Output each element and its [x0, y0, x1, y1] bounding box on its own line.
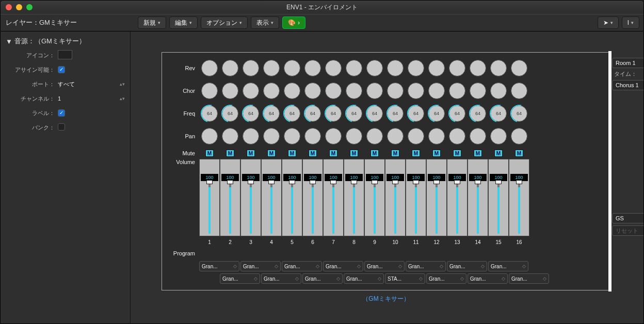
rev-knob[interactable] — [364, 58, 385, 78]
freq-knob[interactable]: 64 — [344, 104, 364, 123]
chor-knob[interactable] — [220, 81, 240, 101]
pan-knob[interactable] — [488, 126, 509, 146]
channel-value[interactable]: 1 — [58, 95, 61, 102]
volume-fader[interactable]: 100 — [220, 159, 240, 236]
edit-button[interactable]: 編集▾ — [169, 17, 198, 29]
mute-button[interactable]: M — [199, 148, 220, 158]
disclosure-triangle-icon[interactable]: ▼ — [6, 38, 12, 45]
volume-fader[interactable]: 100 — [364, 159, 385, 236]
chor-knob[interactable] — [364, 81, 385, 101]
program-select[interactable]: Gran...◇ — [199, 261, 239, 271]
mute-button[interactable]: M — [240, 148, 261, 158]
pan-knob[interactable] — [240, 126, 261, 146]
mute-button[interactable]: M — [344, 148, 364, 158]
pan-knob[interactable] — [406, 126, 426, 146]
rev-knob[interactable] — [426, 58, 447, 78]
rev-knob[interactable] — [302, 58, 323, 78]
program-select[interactable]: Gran...◇ — [282, 261, 322, 271]
mute-button[interactable]: M — [364, 148, 385, 158]
layer-value[interactable]: GMミキサー — [39, 18, 77, 27]
pan-knob[interactable] — [282, 126, 302, 146]
mute-button[interactable]: M — [447, 148, 468, 158]
volume-fader[interactable]: 100 — [468, 159, 488, 236]
mute-button[interactable]: M — [385, 148, 406, 158]
freq-knob[interactable]: 64 — [220, 104, 240, 123]
freq-knob[interactable]: 64 — [385, 104, 406, 123]
volume-fader[interactable]: 100 — [406, 159, 426, 236]
chor-knob[interactable] — [385, 81, 406, 101]
mixer-icon[interactable] — [58, 50, 72, 59]
freq-knob[interactable]: 64 — [282, 104, 302, 123]
program-select[interactable]: Gran...◇ — [468, 273, 508, 284]
pan-knob[interactable] — [426, 126, 447, 146]
chor-knob[interactable] — [261, 81, 282, 101]
freq-knob[interactable]: 64 — [406, 104, 426, 123]
volume-fader[interactable]: 100 — [323, 159, 344, 236]
rev-knob[interactable] — [220, 58, 240, 78]
pan-knob[interactable] — [261, 126, 282, 146]
pan-knob[interactable] — [447, 126, 468, 146]
volume-fader[interactable]: 100 — [385, 159, 406, 236]
pan-knob[interactable] — [302, 126, 323, 146]
pan-knob[interactable] — [344, 126, 364, 146]
freq-knob[interactable]: 64 — [240, 104, 261, 123]
reverb-select[interactable]: Room 1◇ — [612, 58, 644, 68]
rev-knob[interactable] — [468, 58, 488, 78]
label-checkbox[interactable] — [58, 109, 65, 117]
pan-knob[interactable] — [323, 126, 344, 146]
program-select[interactable]: Gran...◇ — [302, 273, 343, 284]
freq-knob[interactable]: 64 — [323, 104, 344, 123]
rev-knob[interactable] — [344, 58, 364, 78]
port-value[interactable]: すべて — [58, 80, 75, 88]
volume-fader[interactable]: 100 — [344, 159, 364, 236]
program-select[interactable]: Gran...◇ — [406, 261, 446, 271]
pan-knob[interactable] — [199, 126, 220, 146]
mute-button[interactable]: M — [282, 148, 302, 158]
rev-knob[interactable] — [240, 58, 261, 78]
freq-knob[interactable]: 64 — [488, 104, 509, 123]
volume-fader[interactable]: 100 — [199, 159, 220, 236]
volume-fader[interactable]: 100 — [488, 159, 509, 236]
pan-knob[interactable] — [220, 126, 240, 146]
midi-button[interactable]: 🎨› — [282, 17, 305, 29]
volume-fader[interactable]: 100 — [282, 159, 302, 236]
program-select[interactable]: Gran...◇ — [426, 273, 466, 284]
program-select[interactable]: Gran...◇ — [364, 261, 405, 271]
chor-knob[interactable] — [240, 81, 261, 101]
mute-button[interactable]: M — [426, 148, 447, 158]
freq-knob[interactable]: 64 — [468, 104, 488, 123]
reset-button[interactable]: リセット — [612, 225, 644, 236]
environment-canvas[interactable]: Room 1◇ タイム：0 Chorus 1◇ GS◇ リセット Rev Cho… — [131, 31, 643, 323]
chor-knob[interactable] — [323, 81, 344, 101]
stepper-icon[interactable]: ▴▾ — [120, 83, 125, 86]
chor-knob[interactable] — [488, 81, 509, 101]
volume-fader[interactable]: 100 — [447, 159, 468, 236]
chor-knob[interactable] — [406, 81, 426, 101]
chorus-select[interactable]: Chorus 1◇ — [612, 80, 644, 90]
chor-knob[interactable] — [302, 81, 323, 101]
rev-knob[interactable] — [509, 58, 529, 78]
rev-knob[interactable] — [447, 58, 468, 78]
volume-fader[interactable]: 100 — [240, 159, 261, 236]
rev-knob[interactable] — [406, 58, 426, 78]
mute-button[interactable]: M — [220, 148, 240, 158]
source-header[interactable]: ▼音源：（GMミキサー） — [6, 37, 125, 46]
program-select[interactable]: Gran...◇ — [509, 273, 549, 284]
pan-knob[interactable] — [468, 126, 488, 146]
assignable-checkbox[interactable] — [58, 66, 65, 73]
volume-fader[interactable]: 100 — [302, 159, 323, 236]
program-select[interactable]: STA...◇ — [385, 273, 425, 284]
program-select[interactable]: Gran...◇ — [447, 261, 487, 271]
chor-knob[interactable] — [447, 81, 468, 101]
bank-checkbox[interactable] — [58, 123, 65, 131]
freq-knob[interactable]: 64 — [509, 104, 529, 123]
chor-knob[interactable] — [344, 81, 364, 101]
rev-knob[interactable] — [323, 58, 344, 78]
rev-knob[interactable] — [385, 58, 406, 78]
freq-knob[interactable]: 64 — [364, 104, 385, 123]
mute-button[interactable]: M — [468, 148, 488, 158]
mute-button[interactable]: M — [302, 148, 323, 158]
mute-button[interactable]: M — [406, 148, 426, 158]
freq-knob[interactable]: 64 — [426, 104, 447, 123]
gm-mixer-object[interactable]: Room 1◇ タイム：0 Chorus 1◇ GS◇ リセット Rev Cho… — [162, 52, 610, 290]
